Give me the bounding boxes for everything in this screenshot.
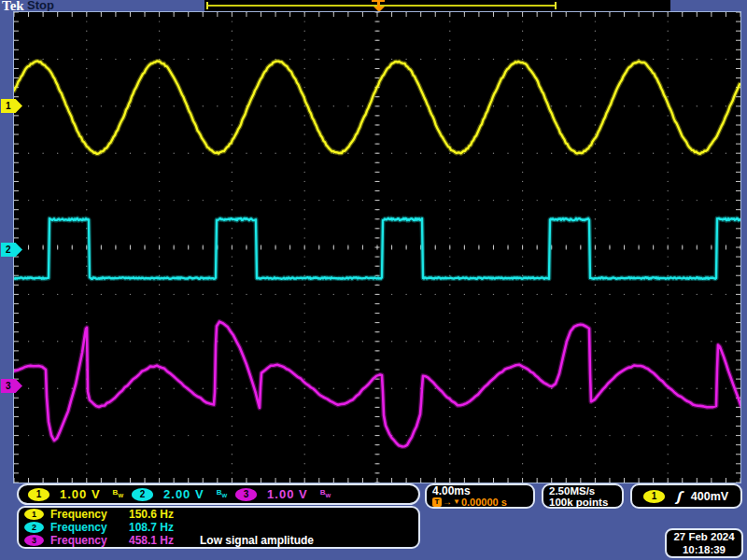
horizontal-readout[interactable]: 4.00ms T → ▼ 0.00000 s bbox=[425, 483, 535, 509]
trigger-delay-readout: T → ▼ 0.00000 s bbox=[432, 497, 528, 508]
time-per-division: 4.00ms bbox=[432, 485, 528, 497]
measurement-value: 108.7 Hz bbox=[129, 521, 200, 534]
datetime-box: 27 Feb 2024 10:18:39 bbox=[665, 528, 743, 558]
trigger-delay-value: 0.00000 s bbox=[461, 497, 507, 508]
trigger-source-badge: 1 bbox=[643, 490, 665, 503]
ch3-trace-glow bbox=[14, 322, 740, 447]
measurement-value: 150.6 Hz bbox=[129, 508, 200, 521]
time-label: 10:18:39 bbox=[667, 543, 741, 556]
ch3-scale: 1.00 V bbox=[267, 487, 308, 501]
ch3-badge[interactable]: 3 bbox=[235, 488, 257, 501]
ch2-badge[interactable]: 2 bbox=[132, 488, 153, 501]
ch3-trace bbox=[14, 322, 740, 447]
measurement-row: 3 Frequency 458.1 Hz Low signal amplitud… bbox=[24, 534, 413, 547]
graticule-and-traces bbox=[14, 12, 740, 483]
rising-edge-icon: ʃ bbox=[676, 490, 682, 503]
date-label: 27 Feb 2024 bbox=[667, 530, 741, 543]
ch1-trace bbox=[14, 61, 740, 153]
measurement-readout[interactable]: 1 Frequency 150.6 Hz 2 Frequency 108.7 H… bbox=[17, 506, 420, 549]
bandwidth-limit-icon: BW bbox=[320, 489, 331, 499]
ch2-scale: 2.00 V bbox=[163, 487, 204, 501]
ch1-trace-glow bbox=[14, 61, 740, 153]
measurement-name: Frequency bbox=[50, 521, 129, 534]
ch1-badge: 1 bbox=[24, 509, 44, 520]
trigger-level: 400mV bbox=[691, 490, 728, 503]
ch3-badge: 3 bbox=[24, 535, 44, 546]
trigger-readout[interactable]: 1 ʃ 400mV bbox=[630, 483, 742, 509]
ch1-scale: 1.00 V bbox=[60, 487, 101, 501]
measurement-note: Low signal amplitude bbox=[200, 534, 314, 547]
acquisition-readout[interactable]: 2.50MS/s 100k points bbox=[542, 483, 624, 509]
trigger-t-icon: T bbox=[432, 497, 442, 507]
measurement-row: 2 Frequency 108.7 Hz bbox=[24, 521, 413, 534]
measurement-row: 1 Frequency 150.6 Hz bbox=[24, 508, 413, 521]
window-left-bracket bbox=[206, 2, 208, 9]
oscilloscope-screen: Tek Stop T 1 2 3 1 1.00 V BW 2 2.00 V BW… bbox=[0, 0, 747, 560]
ch2-badge: 2 bbox=[24, 522, 44, 533]
bandwidth-limit-icon: BW bbox=[113, 489, 123, 499]
graticule bbox=[13, 11, 741, 483]
measurement-name: Frequency bbox=[50, 508, 129, 521]
measurement-name: Frequency bbox=[50, 534, 129, 547]
sample-rate: 2.50MS/s bbox=[549, 485, 616, 497]
right-arrow-icon: → bbox=[443, 497, 452, 507]
channel-scale-readout[interactable]: 1 1.00 V BW 2 2.00 V BW 3 1.00 V BW bbox=[17, 483, 420, 505]
window-right-bracket bbox=[555, 2, 557, 9]
record-length: 100k points bbox=[549, 497, 616, 508]
ch1-badge[interactable]: 1 bbox=[28, 488, 49, 501]
bandwidth-limit-icon: BW bbox=[217, 489, 227, 499]
measurement-value: 458.1 Hz bbox=[129, 534, 200, 547]
down-triangle-icon: ▼ bbox=[453, 497, 460, 507]
